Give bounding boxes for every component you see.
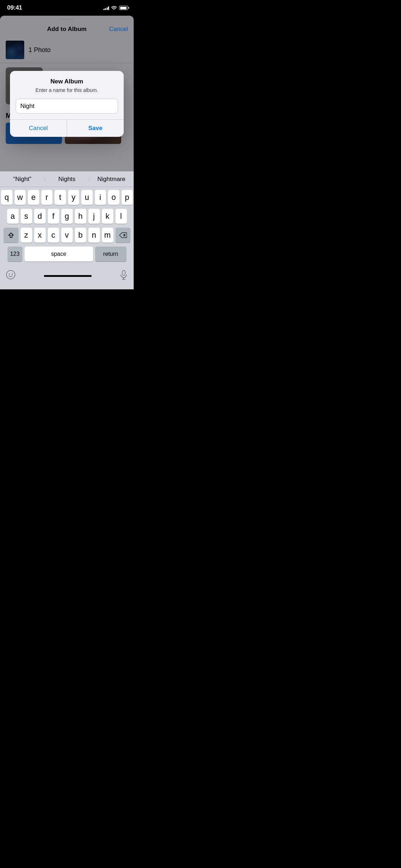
autocomplete-item-1[interactable]: Nights — [45, 176, 89, 183]
keyboard-row-3: z x c v b n m — [1, 228, 133, 243]
key-b[interactable]: b — [75, 228, 86, 243]
dialog-content: New Album Enter a name for this album. — [10, 71, 124, 119]
dialog-title: New Album — [16, 78, 118, 85]
album-name-input[interactable] — [16, 99, 118, 114]
shift-key[interactable] — [4, 228, 19, 243]
space-key[interactable]: space — [25, 247, 93, 262]
svg-point-1 — [9, 274, 10, 275]
status-time: 09:41 — [7, 4, 22, 11]
key-d[interactable]: d — [34, 209, 46, 224]
key-e[interactable]: e — [28, 190, 39, 205]
key-u[interactable]: u — [81, 190, 93, 205]
delete-key[interactable] — [115, 228, 130, 243]
autocomplete-bar: “Night” Nights Nightmare — [0, 171, 134, 187]
key-w[interactable]: w — [15, 190, 26, 205]
status-icons — [103, 5, 128, 11]
key-y[interactable]: y — [68, 190, 79, 205]
key-n[interactable]: n — [88, 228, 100, 243]
key-z[interactable]: z — [21, 228, 32, 243]
keyboard-row-1: q w e r t y u i o p — [1, 190, 133, 205]
dialog-buttons: Cancel Save — [10, 119, 124, 137]
home-indicator — [44, 275, 92, 277]
status-bar: 09:41 — [0, 0, 134, 16]
key-o[interactable]: o — [108, 190, 119, 205]
keyboard: “Night” Nights Nightmare q w e r t y u i… — [0, 171, 134, 289]
return-key[interactable]: return — [95, 247, 127, 262]
keyboard-keys: q w e r t y u i o p a s d f g h j k l — [0, 187, 134, 267]
key-i[interactable]: i — [95, 190, 106, 205]
svg-point-0 — [6, 270, 15, 279]
emoji-button[interactable] — [6, 270, 16, 282]
dialog-cancel-button[interactable]: Cancel — [10, 120, 67, 137]
wifi-icon — [111, 5, 117, 11]
keyboard-bottom — [0, 267, 134, 289]
key-k[interactable]: k — [102, 209, 113, 224]
key-v[interactable]: v — [61, 228, 73, 243]
key-l[interactable]: l — [115, 209, 127, 224]
key-r[interactable]: r — [41, 190, 53, 205]
key-s[interactable]: s — [21, 209, 32, 224]
numbers-key[interactable]: 123 — [7, 247, 22, 262]
dialog-subtitle: Enter a name for this album. — [16, 87, 118, 93]
dialog-save-button[interactable]: Save — [67, 120, 124, 137]
microphone-button[interactable] — [119, 270, 128, 282]
key-h[interactable]: h — [75, 209, 86, 224]
svg-point-2 — [12, 274, 13, 275]
key-j[interactable]: j — [88, 209, 100, 224]
battery-icon — [119, 6, 128, 10]
key-f[interactable]: f — [48, 209, 59, 224]
key-g[interactable]: g — [61, 209, 73, 224]
keyboard-row-4: 123 space return — [1, 247, 133, 262]
autocomplete-item-0[interactable]: “Night” — [0, 176, 45, 183]
key-q[interactable]: q — [1, 190, 12, 205]
keyboard-row-2: a s d f g h j k l — [1, 209, 133, 224]
svg-rect-3 — [122, 270, 125, 275]
key-m[interactable]: m — [102, 228, 113, 243]
key-t[interactable]: t — [55, 190, 66, 205]
autocomplete-item-2[interactable]: Nightmare — [89, 176, 134, 183]
key-p[interactable]: p — [122, 190, 133, 205]
signal-icon — [103, 6, 109, 10]
key-c[interactable]: c — [48, 228, 59, 243]
key-x[interactable]: x — [34, 228, 46, 243]
new-album-dialog: New Album Enter a name for this album. C… — [10, 71, 124, 137]
key-a[interactable]: a — [7, 209, 19, 224]
